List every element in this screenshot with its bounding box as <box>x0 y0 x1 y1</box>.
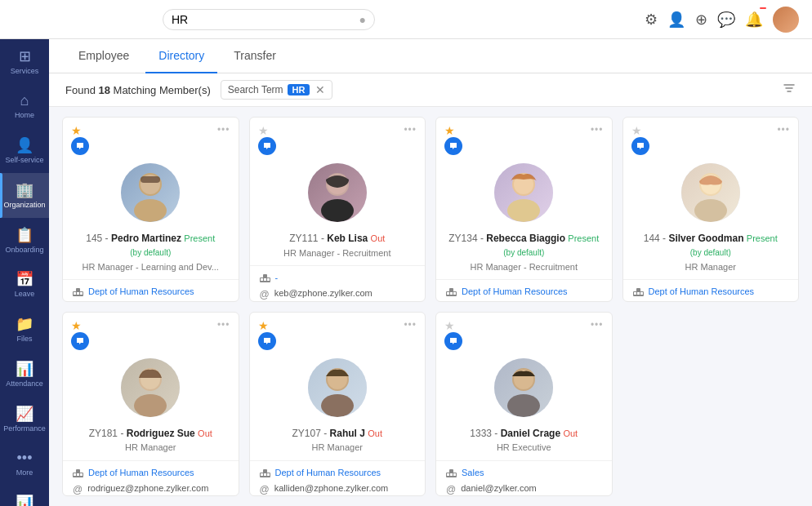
email-icon: @ <box>260 484 270 495</box>
email-value: kalliden@zphone.zylker.com <box>274 483 389 493</box>
card-avatar-area <box>250 353 426 422</box>
dept-link[interactable]: - <box>275 273 279 282</box>
results-count: Found 18 Matching Member(s) <box>65 84 211 96</box>
chat-status-icon <box>258 137 276 155</box>
card-header: ★ ••• <box>250 118 426 137</box>
svg-rect-32 <box>450 292 453 295</box>
search-term-label: Search Term <box>228 84 283 95</box>
dept-link[interactable]: Dept of Human Resources <box>275 468 381 477</box>
dept-link[interactable]: Dept of Human Resources <box>462 286 568 296</box>
sidebar-label-performance: Performance <box>3 425 46 433</box>
sidebar-item-reports[interactable]: 📊 Reports <box>0 486 49 506</box>
star-toggle[interactable]: ★ <box>444 319 455 332</box>
filter-bar: Found 18 Matching Member(s) Search Term … <box>49 73 812 107</box>
dept-link[interactable]: Dept of Human Resources <box>649 286 755 296</box>
card-menu[interactable]: ••• <box>404 124 417 135</box>
sidebar-item-organization[interactable]: 🏢 Organization <box>0 173 49 218</box>
filter-icon[interactable] <box>783 82 796 98</box>
star-toggle[interactable]: ★ <box>444 124 455 137</box>
sidebar-item-self-service[interactable]: 👤 Self-service <box>0 128 49 173</box>
global-search[interactable]: ● <box>163 9 375 30</box>
star-toggle[interactable]: ★ <box>258 319 269 332</box>
star-toggle[interactable]: ★ <box>258 124 269 137</box>
employee-card[interactable]: ★ ••• ZY107 - Rahul J Out HR Manager Dep… <box>249 312 426 497</box>
card-status-icons <box>63 332 239 353</box>
sidebar-item-more[interactable]: ••• More <box>0 442 49 486</box>
svg-rect-48 <box>634 292 636 295</box>
user-avatar[interactable] <box>773 7 799 33</box>
employee-card[interactable]: ★ ••• 144 - Silver Goodman Present(by de… <box>622 117 800 302</box>
card-avatar-area <box>436 353 612 422</box>
svg-rect-7 <box>77 292 79 295</box>
dept-link[interactable]: Dept of Human Resources <box>88 286 194 296</box>
star-toggle[interactable]: ★ <box>631 124 642 137</box>
sidebar-item-services[interactable]: ⊞ Services <box>0 39 49 84</box>
card-avatar-area <box>436 158 612 227</box>
tab-employee[interactable]: Employee <box>65 39 142 73</box>
chat-icon[interactable]: 💬 <box>717 11 735 29</box>
card-menu[interactable]: ••• <box>591 124 604 135</box>
employee-card[interactable]: ★ ••• ZY181 - Rodriguez Sue Out HR Manag… <box>62 312 239 497</box>
card-footer: Dept of Human Resources @ pedro@zylker.c… <box>63 279 239 302</box>
star-toggle[interactable]: ★ <box>71 124 82 137</box>
add-icon[interactable]: ⊕ <box>695 11 707 29</box>
search-input[interactable] <box>172 13 359 26</box>
chat-status-icon <box>71 137 89 155</box>
tab-directory[interactable]: Directory <box>145 39 217 73</box>
card-menu[interactable]: ••• <box>591 319 604 331</box>
card-menu[interactable]: ••• <box>404 319 417 331</box>
sidebar-item-attendance[interactable]: 📊 Attendance <box>0 352 49 397</box>
chat-status-icon <box>258 332 276 350</box>
sidebar-item-onboarding[interactable]: 📋 Onboarding <box>0 218 49 263</box>
dept-link[interactable]: Dept of Human Resources <box>88 468 194 477</box>
svg-rect-5 <box>76 288 80 292</box>
card-menu[interactable]: ••• <box>217 319 230 331</box>
card-footer: - @ keb@zphone.zylker.com 7392 <box>250 265 426 301</box>
employee-card[interactable]: ★ ••• ZY134 - Rebecca Biaggio Present(by… <box>435 117 613 302</box>
sidebar-item-files[interactable]: 📁 Files <box>0 307 49 352</box>
email-icon: @ <box>446 484 456 495</box>
card-header: ★ ••• <box>63 313 239 332</box>
term-chip: HR <box>288 84 310 95</box>
card-body: ZY181 - Rodriguez Sue Out HR Manager <box>63 422 239 460</box>
dept-icon <box>446 287 457 299</box>
svg-point-10 <box>321 199 354 222</box>
card-body: 1333 - Daniel Crage Out HR Executive <box>436 422 612 460</box>
sidebar-label-onboarding: Onboarding <box>5 246 43 255</box>
card-header: ★ ••• <box>250 313 426 332</box>
tab-transfer[interactable]: Transfer <box>221 39 289 73</box>
employee-card[interactable]: ★ ••• 145 - Pedro Martinez Present(by de… <box>62 117 239 302</box>
card-grid: ★ ••• 145 - Pedro Martinez Present(by de… <box>49 107 812 506</box>
employee-card[interactable]: ★ ••• ZY111 - Keb Lisa Out HR Manager - … <box>249 117 426 302</box>
card-body: 145 - Pedro Martinez Present(by default)… <box>63 227 239 279</box>
employee-name: 145 - Pedro Martinez Present(by default) <box>73 232 229 260</box>
card-menu[interactable]: ••• <box>217 124 230 135</box>
card-avatar-area <box>63 158 239 227</box>
sidebar-item-leave[interactable]: 📅 Leave <box>0 262 49 307</box>
remove-filter-icon[interactable]: ✕ <box>315 83 325 96</box>
notifications-icon[interactable]: 🔔 <box>745 11 763 29</box>
svg-rect-56 <box>74 473 76 476</box>
search-clear-icon[interactable]: ● <box>359 13 366 26</box>
svg-point-69 <box>321 394 354 417</box>
card-status-icons <box>623 137 799 158</box>
svg-point-27 <box>507 199 540 222</box>
svg-rect-16 <box>267 278 270 281</box>
svg-rect-14 <box>261 278 263 281</box>
profile-icon[interactable]: 👤 <box>667 11 685 29</box>
sidebar-item-home[interactable]: ⌂ Home <box>0 84 49 128</box>
email-row: @ keb@zphone.zylker.com <box>260 288 416 300</box>
card-header: ★ ••• <box>623 118 799 137</box>
card-status-icons <box>436 332 612 353</box>
email-row: @ rodriguez@zphone.zylker.com <box>73 483 229 495</box>
dept-link[interactable]: Sales <box>462 468 484 477</box>
sidebar-item-performance[interactable]: 📈 Performance <box>0 397 49 442</box>
settings-icon[interactable]: ⚙ <box>645 11 658 29</box>
card-menu[interactable]: ••• <box>777 124 790 135</box>
star-toggle[interactable]: ★ <box>71 319 82 332</box>
employee-card[interactable]: ★ ••• 1333 - Daniel Crage Out HR Executi… <box>435 312 613 497</box>
employee-role: HR Manager <box>633 261 789 273</box>
content-area: Employee Directory Transfer Found 18 Mat… <box>49 39 812 506</box>
card-footer: Dept of Human Resources @ kalliden@zphon… <box>250 460 426 496</box>
card-body: ZY134 - Rebecca Biaggio Present(by defau… <box>436 227 612 279</box>
